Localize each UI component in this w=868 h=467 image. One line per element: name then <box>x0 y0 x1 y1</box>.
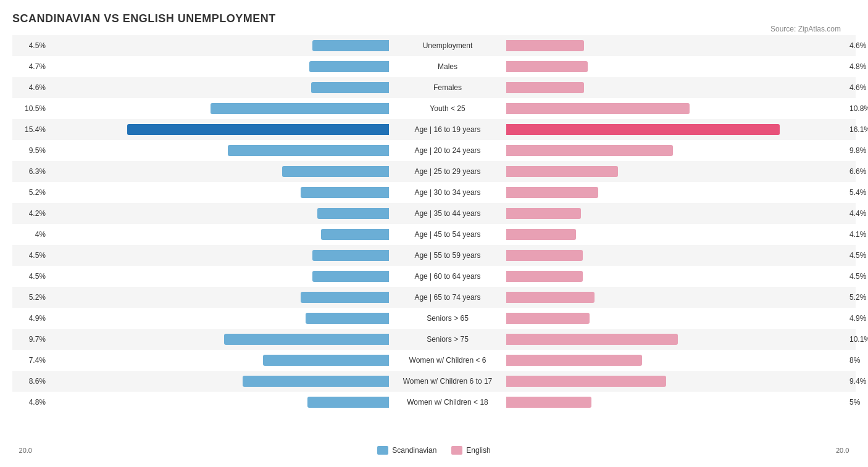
right-value: 5.2% <box>846 293 868 302</box>
left-value: 4.8% <box>12 398 49 407</box>
left-bar-wrap <box>49 40 389 51</box>
legend-english-label: English <box>466 446 490 455</box>
left-bar <box>307 397 389 408</box>
right-value: 4.5% <box>846 251 868 260</box>
right-value: 4.6% <box>846 41 868 50</box>
left-bar <box>317 208 389 219</box>
right-value: 8% <box>846 356 868 365</box>
left-bar-wrap <box>49 292 389 303</box>
right-bar-wrap <box>506 376 846 387</box>
right-bar <box>506 187 598 198</box>
bar-area: 6.3% Age | 25 to 29 years 6.6% <box>12 161 856 182</box>
right-bar-wrap <box>506 61 846 72</box>
legend-scand-label: Scandinavian <box>392 446 436 455</box>
left-bar <box>312 250 389 261</box>
left-value: 15.4% <box>12 125 49 134</box>
left-bar <box>311 82 389 93</box>
bar-area: 5.2% Age | 30 to 34 years 5.4% <box>12 182 856 203</box>
source-label: Source: ZipAtlas.com <box>770 25 841 33</box>
right-value: 5.4% <box>846 188 868 197</box>
left-value: 10.5% <box>12 104 49 113</box>
bar-area: 4.5% Age | 55 to 59 years 4.5% <box>12 245 856 266</box>
right-bar <box>506 166 618 177</box>
right-bar-wrap <box>506 292 846 303</box>
left-bar <box>321 229 389 240</box>
bar-area: 4% Age | 45 to 54 years 4.1% <box>12 224 856 245</box>
right-bar <box>506 145 673 156</box>
row-label: Age | 30 to 34 years <box>389 188 506 197</box>
bar-area: 4.7% Males 4.8% <box>12 56 856 77</box>
left-bar-wrap <box>49 376 389 387</box>
axis-row: 20.0 Scandinavian English 20.0 <box>12 446 856 455</box>
right-bar-wrap <box>506 40 846 51</box>
right-bar-wrap <box>506 103 846 114</box>
row-label: Age | 35 to 44 years <box>389 209 506 218</box>
chart-container: 4.5% Unemployment 4.6% 4.7% Males 4.8% 4… <box>12 35 856 442</box>
row-label: Women w/ Children < 6 <box>389 356 506 365</box>
right-bar-wrap <box>506 313 846 324</box>
left-bar-wrap <box>49 250 389 261</box>
left-bar-wrap <box>49 61 389 72</box>
right-bar-wrap <box>506 82 846 93</box>
right-bar <box>506 124 780 135</box>
right-bar <box>506 250 583 261</box>
row-label: Age | 25 to 29 years <box>389 167 506 176</box>
chart-row: 9.7% Seniors > 75 10.1% <box>12 329 856 350</box>
axis-right-label: 20.0 <box>832 447 856 454</box>
left-bar-wrap <box>49 397 389 408</box>
left-bar <box>263 355 389 366</box>
chart-row: 4.9% Seniors > 65 4.9% <box>12 308 856 329</box>
right-bar-wrap <box>506 208 846 219</box>
right-bar-wrap <box>506 250 846 261</box>
left-value: 9.7% <box>12 335 49 344</box>
legend-english: English <box>451 446 490 455</box>
legend-scand-box <box>377 446 388 455</box>
right-value: 9.8% <box>846 146 868 155</box>
chart-row: 7.4% Women w/ Children < 6 8% <box>12 350 856 371</box>
left-bar-wrap <box>49 334 389 345</box>
left-bar-wrap <box>49 166 389 177</box>
chart-row: 5.2% Age | 65 to 74 years 5.2% <box>12 287 856 308</box>
right-value: 4.8% <box>846 62 868 71</box>
left-value: 4.7% <box>12 62 49 71</box>
right-value: 9.4% <box>846 377 868 386</box>
right-value: 10.1% <box>846 335 868 344</box>
bar-area: 10.5% Youth < 25 10.8% <box>12 98 856 119</box>
right-bar-wrap <box>506 334 846 345</box>
right-bar-wrap <box>506 166 846 177</box>
bar-area: 9.5% Age | 20 to 24 years 9.8% <box>12 140 856 161</box>
row-label: Women w/ Children 6 to 17 <box>389 377 506 386</box>
right-bar-wrap <box>506 397 846 408</box>
left-bar <box>312 40 389 51</box>
chart-row: 4.5% Age | 60 to 64 years 4.5% <box>12 266 856 287</box>
row-label: Seniors > 75 <box>389 335 506 344</box>
bar-area: 5.2% Age | 65 to 74 years 5.2% <box>12 287 856 308</box>
axis-left-label: 20.0 <box>12 447 36 454</box>
bar-area: 8.6% Women w/ Children 6 to 17 9.4% <box>12 371 856 392</box>
bar-area: 4.8% Women w/ Children < 18 5% <box>12 392 856 413</box>
chart-row: 4.6% Females 4.6% <box>12 77 856 98</box>
row-label: Unemployment <box>389 41 506 50</box>
bar-area: 9.7% Seniors > 75 10.1% <box>12 329 856 350</box>
left-bar <box>211 103 389 114</box>
chart-row: 4.8% Women w/ Children < 18 5% <box>12 392 856 413</box>
right-bar <box>506 292 595 303</box>
left-value: 9.5% <box>12 146 49 155</box>
left-bar <box>127 124 389 135</box>
right-value: 4.9% <box>846 314 868 323</box>
row-label: Age | 65 to 74 years <box>389 293 506 302</box>
row-label: Youth < 25 <box>389 104 506 113</box>
chart-title: SCANDINAVIAN VS ENGLISH UNEMPLOYMENT <box>12 12 856 25</box>
chart-row: 15.4% Age | 16 to 19 years 16.1% <box>12 119 856 140</box>
left-bar-wrap <box>49 82 389 93</box>
right-value: 4.4% <box>846 209 868 218</box>
right-bar <box>506 376 666 387</box>
bar-area: 4.9% Seniors > 65 4.9% <box>12 308 856 329</box>
left-bar-wrap <box>49 229 389 240</box>
chart-row: 6.3% Age | 25 to 29 years 6.6% <box>12 161 856 182</box>
left-bar <box>228 145 389 156</box>
right-bar <box>506 271 583 282</box>
right-value: 4.1% <box>846 230 868 239</box>
left-value: 4.2% <box>12 209 49 218</box>
left-bar <box>312 271 389 282</box>
